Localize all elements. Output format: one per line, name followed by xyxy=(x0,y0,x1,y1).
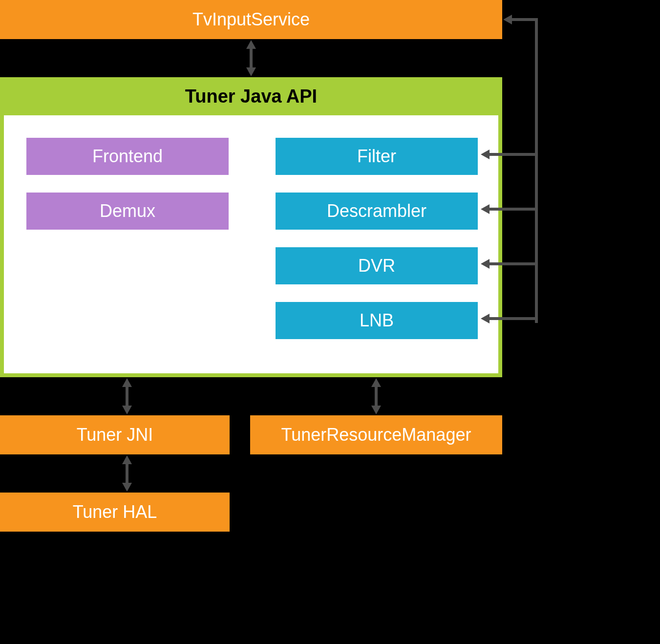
frontend-box: Frontend xyxy=(26,138,229,175)
descrambler-label: Descrambler xyxy=(327,201,426,221)
connector-line xyxy=(489,208,535,211)
tuner-hal-box: Tuner HAL xyxy=(0,493,230,532)
tuner-jni-label: Tuner JNI xyxy=(77,425,153,445)
filter-box: Filter xyxy=(276,138,478,175)
connector-line xyxy=(489,317,535,320)
demux-box: Demux xyxy=(26,193,229,230)
arrow-left-icon xyxy=(481,314,490,323)
connector-line xyxy=(250,47,253,69)
tuner-resource-manager-label: TunerResourceManager xyxy=(281,425,471,445)
arrow-down-icon xyxy=(122,406,132,414)
connector-line xyxy=(511,18,535,21)
connector-line xyxy=(375,385,378,408)
tuner-resource-manager-box: TunerResourceManager xyxy=(250,415,502,454)
dvr-box: DVR xyxy=(276,247,478,284)
connector-line xyxy=(535,320,538,323)
connector-line xyxy=(489,262,535,265)
dvr-label: DVR xyxy=(358,256,395,276)
connector-line xyxy=(126,462,128,485)
filter-label: Filter xyxy=(357,146,396,167)
arrow-down-icon xyxy=(122,483,132,492)
arrow-left-icon xyxy=(503,15,512,24)
tuner-hal-label: Tuner HAL xyxy=(73,502,157,522)
connector-line xyxy=(126,385,128,408)
tv-input-service-box: TvInputService xyxy=(0,0,502,39)
tuner-java-api-body: Frontend Demux Filter Descrambler DVR LN… xyxy=(4,115,498,373)
arrow-left-icon xyxy=(481,259,490,269)
lnb-label: LNB xyxy=(360,310,394,331)
tv-input-service-label: TvInputService xyxy=(192,9,310,30)
connector-line xyxy=(535,18,538,323)
lnb-box: LNB xyxy=(276,302,478,339)
arrow-down-icon xyxy=(371,406,381,414)
tuner-java-api-header: Tuner Java API xyxy=(2,79,500,113)
arrow-left-icon xyxy=(481,204,490,214)
arrow-down-icon xyxy=(246,67,256,76)
tuner-java-api-label: Tuner Java API xyxy=(185,86,317,107)
tuner-java-api-container: Tuner Java API Frontend Demux Filter Des… xyxy=(0,77,502,377)
tuner-jni-box: Tuner JNI xyxy=(0,415,230,454)
descrambler-box: Descrambler xyxy=(276,193,478,230)
frontend-label: Frontend xyxy=(92,146,163,167)
connector-line xyxy=(489,153,535,156)
arrow-left-icon xyxy=(481,150,490,159)
demux-label: Demux xyxy=(100,201,155,221)
